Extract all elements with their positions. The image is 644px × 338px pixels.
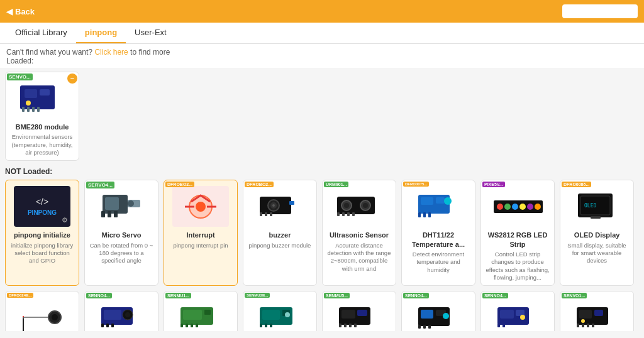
gear-icon: ⚙ xyxy=(62,216,68,224)
card-badge-infrared: SENMU2B... xyxy=(245,293,270,298)
click-here-link[interactable]: Click here xyxy=(94,48,128,57)
svg-rect-103 xyxy=(594,310,603,316)
card-title-servo: Micro Servo xyxy=(102,231,142,239)
card-title-interrupt: Interrupt xyxy=(186,231,214,239)
svg-point-31 xyxy=(363,203,368,208)
card-desc-ws2812: Control LED strip changes to produce eff… xyxy=(485,251,550,281)
svg-rect-69 xyxy=(204,310,211,315)
card-infrared-temp[interactable]: SENMU2B... Non-contact Infrared temp... … xyxy=(243,291,317,331)
card-bmp280[interactable]: SENVO1... BMP280 Temperature Sen... BMP2… xyxy=(560,291,634,331)
card-badge-ws2812: PIXE5V... xyxy=(482,182,505,187)
card-badge-bme680: SENNO4... xyxy=(482,293,508,298)
svg-rect-71 xyxy=(186,324,188,327)
hint-text: Can't find what you want? xyxy=(6,48,92,57)
card-img-interrupt xyxy=(172,184,229,228)
svg-rect-107 xyxy=(587,324,589,327)
card-desc-dht11: Detect environment temperature and humid… xyxy=(406,251,471,274)
svg-rect-80 xyxy=(270,324,272,327)
svg-rect-33 xyxy=(342,212,345,216)
svg-rect-41 xyxy=(423,212,426,217)
svg-point-39 xyxy=(444,197,452,205)
topbar: ◀ Back xyxy=(0,0,644,23)
svg-rect-26 xyxy=(270,212,272,216)
hint-suffix: to find more xyxy=(130,48,170,57)
tab-user-ext[interactable]: User-Ext xyxy=(126,23,175,43)
card-ultrasonic[interactable]: URM901... Ultrasonic Sensor Accurate dis… xyxy=(322,180,396,286)
tab-pinpong[interactable]: pinpong xyxy=(76,23,126,43)
card-i2c-power[interactable]: SENMU1... I2C digital power meter High p… xyxy=(164,291,238,331)
pinpong-brand: PINPONG xyxy=(28,209,57,216)
card-ir-receiver[interactable]: SENNO4... IR Receiver Module Detect stan… xyxy=(84,291,158,331)
card-title-pinpong: pinpong initialize xyxy=(14,231,70,239)
search-input[interactable] xyxy=(562,4,638,18)
svg-rect-93 xyxy=(423,325,426,329)
card-ds18b20[interactable]: DFRO024B... DS18B20 Temperature Se... De… xyxy=(5,291,79,331)
svg-rect-85 xyxy=(344,324,347,327)
svg-rect-25 xyxy=(265,212,267,216)
svg-point-45 xyxy=(504,204,511,210)
card-oled[interactable]: DFRO0086... OLED OLED Display Small disp… xyxy=(560,180,634,286)
card-remove-bme280[interactable]: − xyxy=(67,74,77,84)
card-badge-dht11: DFRO0075... xyxy=(403,182,429,187)
card-dht11[interactable]: DFRO0075... DHT11/22 Temperature a... De… xyxy=(401,180,475,286)
card-img-bmp388 xyxy=(331,295,387,331)
svg-rect-1 xyxy=(25,89,37,98)
svg-rect-82 xyxy=(341,310,355,319)
card-micro-servo[interactable]: SERVO4... Micro Servo Can be rotated fro… xyxy=(84,180,158,286)
card-img-infrared xyxy=(252,295,308,331)
svg-rect-65 xyxy=(106,324,109,327)
svg-point-49 xyxy=(535,204,541,210)
card-bmp388[interactable]: SENMU5... BMP388 Barometric Press... Tem… xyxy=(322,291,396,331)
card-img-bmp280 xyxy=(569,295,625,331)
svg-rect-86 xyxy=(349,324,352,327)
svg-rect-34 xyxy=(347,212,350,216)
svg-point-29 xyxy=(344,203,349,208)
svg-rect-94 xyxy=(428,325,431,329)
card-title-ultrasonic: Ultrasonic Sensor xyxy=(330,231,389,239)
svg-rect-72 xyxy=(191,324,193,327)
card-img-ws2812 xyxy=(489,184,546,228)
svg-text:OLED: OLED xyxy=(584,203,596,209)
svg-point-77 xyxy=(285,312,290,317)
card-badge-bmp280: SENVO1... xyxy=(562,293,587,298)
svg-rect-100 xyxy=(502,324,505,327)
svg-rect-24 xyxy=(260,212,262,216)
card-img-oled: OLED xyxy=(569,184,625,228)
svg-rect-64 xyxy=(101,324,104,327)
not-loaded-label: NOT Loaded: xyxy=(5,167,639,176)
card-buzzer[interactable]: DFROBO2... buzzer pinpong buzzer module xyxy=(243,180,317,286)
card-badge-ir: SENNO4... xyxy=(86,293,112,298)
svg-point-104 xyxy=(581,319,585,323)
card-img-i2c xyxy=(172,295,229,331)
card-badge-servo: SERVO4... xyxy=(86,182,114,188)
card-bme280[interactable]: SENVO... − BME280 module Environmental s… xyxy=(5,72,79,161)
card-badge-ds18b20: DFRO024B... xyxy=(7,293,33,298)
card-interrupt[interactable]: DFROBO2... Interrupt pinpong Interrupt p… xyxy=(164,180,238,286)
svg-rect-37 xyxy=(421,197,433,205)
loaded-grid: SENVO... − BME280 module Environmental s… xyxy=(5,72,639,161)
card-badge-oled: DFRO0086... xyxy=(562,182,591,187)
card-vl53l0x[interactable]: SENNO4... VL53L0X Laser Ranging Se... Us… xyxy=(401,291,475,331)
card-ws2812[interactable]: PIXE5V... WS2812 RGB LED Strip Control L… xyxy=(480,180,555,286)
svg-rect-84 xyxy=(339,324,341,327)
card-title-dht11: DHT11/22 Temperature a... xyxy=(406,231,471,249)
card-desc-servo: Can be rotated from 0 ~ 180 degrees to a… xyxy=(89,242,154,265)
svg-rect-9 xyxy=(105,197,119,210)
card-bme680[interactable]: SENNO4... BME680 environmental se... VOC… xyxy=(480,291,555,331)
back-button[interactable]: ◀ Back xyxy=(6,7,35,16)
svg-rect-61 xyxy=(104,310,121,320)
tab-official[interactable]: Official Library xyxy=(6,23,76,43)
svg-rect-105 xyxy=(577,324,579,327)
svg-rect-68 xyxy=(183,310,202,320)
svg-rect-4 xyxy=(22,107,25,112)
card-badge-interrupt: DFROBO2... xyxy=(165,182,194,187)
svg-rect-87 xyxy=(354,324,357,327)
svg-rect-5 xyxy=(27,107,30,112)
svg-rect-66 xyxy=(111,324,114,327)
svg-rect-73 xyxy=(196,324,198,327)
card-img-servo xyxy=(93,184,150,228)
svg-point-98 xyxy=(520,315,525,320)
back-label: Back xyxy=(15,7,35,16)
svg-rect-7 xyxy=(37,107,40,112)
card-pinpong-init[interactable]: </> PINPONG ⚙ pinpong initialize initial… xyxy=(5,180,79,286)
